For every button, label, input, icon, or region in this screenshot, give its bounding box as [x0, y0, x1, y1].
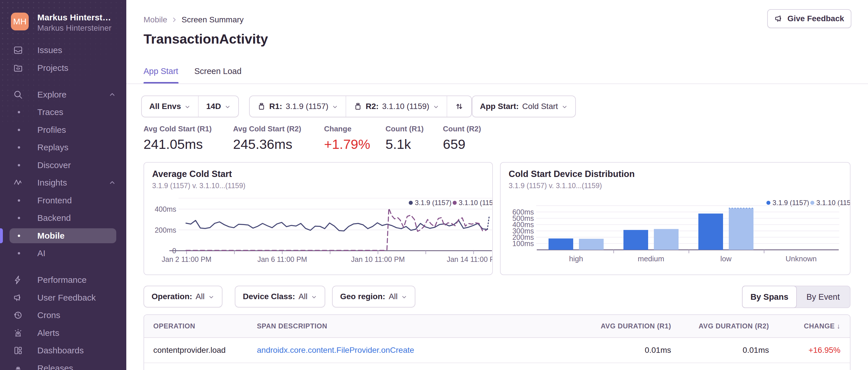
tab-app-start[interactable]: App Start — [144, 67, 178, 82]
spans-table-header: OPERATION SPAN DESCRIPTION AVG DURATION … — [144, 315, 850, 338]
svg-text:Unknown: Unknown — [786, 255, 817, 263]
sidebar-item-explore[interactable]: Explore — [0, 87, 126, 102]
swap-arrows-icon — [455, 102, 464, 111]
sidebar-item-label: Explore — [37, 90, 67, 100]
chevron-down-icon — [224, 104, 231, 110]
stat-count-r1: Count (R1)5.1k — [385, 125, 424, 152]
device-class-filter-button[interactable]: Device Class: All — [236, 286, 324, 307]
breadcrumb-mobile[interactable]: Mobile — [144, 15, 167, 24]
sidebar-item-crons[interactable]: Crons — [0, 308, 126, 323]
sidebar-item-issues[interactable]: Issues — [0, 43, 126, 58]
sidebar-item-label: Performance — [37, 275, 87, 285]
operation-filter-value: All — [196, 292, 205, 301]
operation-filter-button[interactable]: Operation: All — [144, 286, 222, 307]
env-filter-label: All Envs — [149, 102, 181, 111]
give-feedback-label: Give Feedback — [787, 14, 844, 23]
stat-value: 245.36ms — [233, 136, 301, 152]
col-span-description[interactable]: SPAN DESCRIPTION — [257, 322, 327, 330]
sidebar-item-mobile[interactable]: Mobile — [0, 228, 126, 243]
app-start-type-button[interactable]: App Start: Cold Start — [472, 96, 575, 117]
by-event-toggle[interactable]: By Event — [796, 286, 850, 307]
geo-region-filter-group: Geo region: All — [332, 286, 415, 307]
app-start-type-label: App Start: — [480, 102, 519, 111]
geo-region-filter-button[interactable]: Geo region: All — [333, 286, 415, 307]
sidebar-item-user-feedback[interactable]: User Feedback — [0, 290, 126, 305]
sidebar-item-backend[interactable]: Backend — [0, 210, 126, 226]
env-filter-button[interactable]: All Envs — [142, 96, 198, 117]
stat-value: 241.05ms — [144, 136, 212, 152]
sidebar-item-insights[interactable]: Insights — [0, 175, 126, 190]
sidebar-item-projects[interactable]: Projects — [0, 61, 126, 75]
r2-label: R2: — [366, 102, 379, 111]
sidebar-item-label: Issues — [37, 45, 62, 55]
cell-operation: contentprovider.load — [153, 346, 226, 355]
cell-avg-duration-r1: 0.01ms — [645, 346, 671, 355]
sidebar-item-label: Dashboards — [37, 346, 84, 356]
sidebar-item-traces[interactable]: Traces — [0, 105, 126, 120]
chevron-down-icon — [208, 294, 214, 300]
dashboards-icon — [13, 346, 23, 356]
stat-change: Change+1.79% — [324, 125, 370, 152]
chevron-down-icon — [561, 104, 568, 110]
bullet-icon — [18, 164, 20, 166]
stat-label: Avg Cold Start (R2) — [233, 125, 301, 133]
bullet-icon — [18, 252, 20, 255]
device-class-filter-group: Device Class: All — [235, 286, 325, 307]
swap-releases-button[interactable] — [446, 96, 471, 117]
operation-filter-group: Operation: All — [144, 286, 222, 307]
sidebar-item-performance[interactable]: Performance — [0, 272, 126, 288]
env-daterange-group: All Envs 14D — [141, 96, 239, 117]
bullet-icon — [18, 111, 20, 113]
col-operation[interactable]: OPERATION — [153, 322, 195, 330]
svg-text:Jan 10 11:00 PM: Jan 10 11:00 PM — [351, 255, 405, 263]
date-range-button[interactable]: 14D — [198, 96, 238, 117]
release-r1-button[interactable]: R1: 3.1.9 (1157) — [250, 96, 346, 117]
give-feedback-button[interactable]: Give Feedback — [767, 9, 851, 28]
chevron-right-icon — [171, 16, 177, 23]
chevron-down-icon — [401, 294, 407, 300]
sidebar-item-label: Frontend — [37, 196, 72, 205]
sidebar-item-label: Alerts — [37, 328, 59, 338]
user-name[interactable]: Markus Hinterst… — [37, 12, 121, 22]
avg-cold-start-panel: Average Cold Start 3.1.9 (1157) v. 3.1.1… — [144, 162, 493, 275]
svg-text:medium: medium — [638, 255, 664, 263]
avatar[interactable]: MH — [11, 12, 29, 30]
table-row: contentprovider.load androidx.core.conte… — [144, 338, 850, 363]
col-avg-duration-r2[interactable]: AVG DURATION (R2) — [699, 322, 769, 330]
stat-label: Avg Cold Start (R1) — [144, 125, 212, 133]
sidebar-item-label: AI — [37, 248, 45, 258]
release-icon — [257, 102, 266, 111]
col-change[interactable]: CHANGE ↓ — [804, 322, 841, 330]
sidebar: MH Markus Hinterst… Markus Hintersteiner… — [0, 0, 126, 370]
sidebar-item-discover[interactable]: Discover — [0, 158, 126, 173]
bullet-icon — [18, 235, 20, 237]
sidebar-item-ai[interactable]: AI — [0, 246, 126, 261]
svg-text:400ms: 400ms — [155, 205, 176, 213]
col-avg-duration-r1[interactable]: AVG DURATION (R1) — [601, 322, 671, 330]
tabs: App Start Screen Load — [144, 67, 241, 82]
releases-icon — [13, 363, 23, 370]
geo-region-filter-value: All — [389, 292, 398, 301]
chevron-down-icon — [332, 104, 338, 110]
release-r2-button[interactable]: R2: 3.1.10 (1159) — [346, 96, 446, 117]
stat-label: Count (R2) — [443, 125, 481, 133]
sidebar-item-label: Insights — [37, 178, 67, 188]
bullet-icon — [18, 217, 20, 219]
sidebar-item-alerts[interactable]: Alerts — [0, 326, 126, 340]
breadcrumb-screen-summary: Screen Summary — [181, 15, 243, 24]
stat-value: +1.79% — [324, 136, 370, 152]
chevron-down-icon — [433, 104, 439, 110]
megaphone-icon — [774, 14, 784, 23]
sidebar-item-releases[interactable]: Releases — [0, 361, 126, 370]
svg-text:Jan 14 11:00 PM: Jan 14 11:00 PM — [446, 255, 493, 263]
by-spans-toggle[interactable]: By Spans — [742, 286, 797, 308]
svg-text:0: 0 — [172, 247, 176, 255]
device-distribution-panel: Cold Start Device Distribution 3.1.9 (11… — [500, 162, 850, 275]
sidebar-item-dashboards[interactable]: Dashboards — [0, 343, 126, 358]
cell-span-description-link[interactable]: androidx.core.content.FileProvider.onCre… — [257, 346, 414, 355]
sidebar-item-frontend[interactable]: Frontend — [0, 193, 126, 208]
stat-value: 5.1k — [385, 136, 424, 152]
chevron-down-icon — [184, 104, 191, 110]
tab-screen-load[interactable]: Screen Load — [194, 67, 241, 82]
issues-icon — [13, 45, 23, 55]
